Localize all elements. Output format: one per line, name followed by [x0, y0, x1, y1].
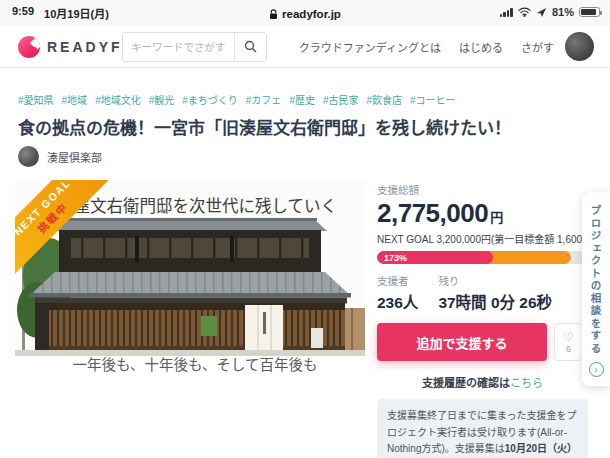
action-row: 追加で支援する ♡ 6: [377, 323, 588, 361]
funding-panel: 支援総額 2,775,000 円 NEXT GOAL 3,200,000円(第一…: [377, 182, 588, 458]
like-count: 6: [566, 344, 571, 354]
readyfor-logo-icon: [18, 36, 40, 58]
total-amount-value: 2,775,000: [377, 198, 488, 229]
remaining-label: 残り: [438, 273, 552, 288]
history-text: 支援履歴の確認は: [422, 377, 510, 389]
progress-percent: 173%: [384, 253, 407, 263]
remaining-value: 37時間 0分 26秒: [438, 290, 552, 312]
tag-chiikibunka[interactable]: #地域文化: [95, 92, 141, 107]
project-title: 食の拠点の危機！一宮市「旧湊屋文右衛門邸」を残し続けたい！: [18, 114, 592, 139]
nav-search[interactable]: さがす: [521, 39, 554, 55]
nav-about-crowdfunding[interactable]: クラウドファンディングとは: [299, 39, 441, 55]
project-main-image: 湊屋文右衛門邸を次世代に残していく NEXT GOAL 挑戦中 一年後も、十年後…: [15, 180, 365, 376]
project-owner[interactable]: 湊屋倶楽部: [18, 146, 102, 167]
header-nav: クラウドファンディングとは はじめる さがす: [299, 39, 554, 55]
total-amount-row: 2,775,000 円: [377, 198, 588, 229]
hero-headline: 湊屋文右衛門邸を次世代に残していく: [57, 197, 337, 216]
search-box: [122, 32, 267, 62]
tag-machizukuri[interactable]: #まちづくり: [182, 92, 238, 107]
project-consult-tab[interactable]: プロジェクトの相談をする ›: [582, 192, 610, 386]
supporters-stat: 支援者 236人: [377, 273, 418, 312]
tag-kanko[interactable]: #観光: [149, 92, 175, 107]
site-header: READYFOR クラウドファンディングとは はじめる さがす: [0, 26, 610, 68]
tag-chiiki[interactable]: #地域: [62, 92, 88, 107]
chevron-right-icon: ›: [589, 362, 604, 377]
battery-icon: [579, 7, 600, 17]
cellular-signal-icon: [500, 8, 513, 17]
remaining-stat: 残り 37時間 0分 26秒: [438, 273, 552, 312]
location-arrow-icon: [536, 7, 547, 18]
next-goal-line: NEXT GOAL 3,200,000円(第一目標金額 1,600,000円: [377, 231, 588, 246]
readyfor-project-page: 9:59 10月19日(月) readyfor.jp 81% READYFOR: [0, 0, 610, 458]
hero-caption: 一年後も、十年後も、そして百年後も: [72, 357, 317, 373]
tag-inshokuten[interactable]: #飲食店: [367, 92, 403, 107]
tag-coffee[interactable]: #コーヒー: [410, 92, 456, 107]
tag-aichi[interactable]: #愛知県: [18, 92, 54, 107]
lock-icon: [269, 9, 278, 20]
like-button[interactable]: ♡ 6: [554, 323, 583, 361]
status-bar: 9:59 10月19日(月) readyfor.jp 81%: [0, 0, 610, 26]
tag-list: #愛知県 #地域 #地域文化 #観光 #まちづくり #カフェ #歴史 #古民家 …: [18, 92, 456, 107]
stats-row: 支援者 236人 残り 37時間 0分 26秒: [377, 273, 588, 312]
status-right: 81%: [500, 6, 600, 18]
tag-rekishi[interactable]: #歴史: [289, 92, 315, 107]
consult-tab-label: プロジェクトの相談をする: [589, 205, 604, 355]
support-button[interactable]: 追加で支援する: [377, 323, 547, 361]
total-amount-unit: 円: [490, 207, 503, 226]
search-icon: [244, 40, 257, 53]
progress-bar: 173%: [377, 251, 588, 264]
total-amount-label: 支援総額: [377, 182, 588, 197]
history-link[interactable]: こちら: [510, 377, 543, 389]
supporters-value: 236人: [377, 290, 418, 312]
wifi-icon: [518, 7, 531, 17]
house-photo-illustration: 湊屋文右衛門邸を次世代に残していく NEXT GOAL 挑戦中 一年後も、十年後…: [15, 180, 365, 376]
supporters-label: 支援者: [377, 273, 418, 288]
heart-icon: ♡: [563, 331, 574, 343]
owner-name: 湊屋倶楽部: [47, 149, 102, 165]
support-history-line: 支援履歴の確認はこちら: [377, 374, 588, 390]
tag-kominka[interactable]: #古民家: [323, 92, 359, 107]
tag-cafe[interactable]: #カフェ: [246, 92, 282, 107]
search-button[interactable]: [234, 33, 266, 61]
all-or-nothing-notice: 支援募集終了日までに集まった支援金をプロジェクト実行者は受け取ります(All-o…: [377, 399, 588, 458]
nav-start[interactable]: はじめる: [459, 39, 503, 55]
search-input[interactable]: [123, 33, 234, 61]
url-text: readyfor.jp: [282, 8, 341, 20]
user-avatar[interactable]: [565, 32, 594, 61]
battery-percent: 81%: [552, 6, 574, 18]
owner-avatar: [18, 146, 39, 167]
